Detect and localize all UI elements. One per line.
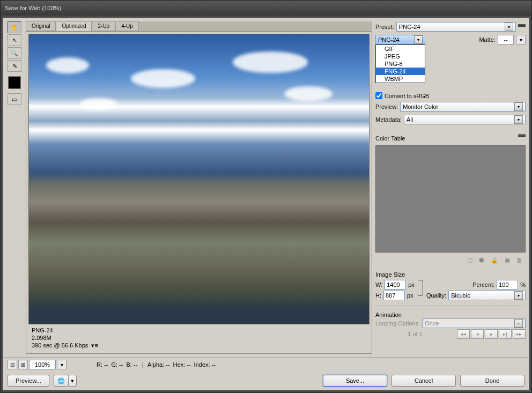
slices-icon: ▭ xyxy=(12,96,17,103)
preview-download-time: 390 sec @ 56.6 Kbps xyxy=(32,342,88,348)
chevron-down-icon: ▾ xyxy=(514,102,523,111)
quality-dropdown[interactable]: Bicubic▾ xyxy=(448,291,526,300)
status-index: Index: -- xyxy=(194,361,216,368)
color-table-flyout-menu[interactable] xyxy=(518,134,526,139)
preview-info: PNG-24 2.098M 390 sec @ 56.6 Kbps ▾≡ xyxy=(28,324,370,351)
zoom-tool[interactable]: 🔍 xyxy=(8,47,21,59)
width-label: W: xyxy=(375,281,382,288)
color-table xyxy=(375,145,526,253)
status-hex: Hex: -- xyxy=(173,361,191,368)
preview-frame: PNG-24 2.098M 390 sec @ 56.6 Kbps ▾≡ xyxy=(26,31,372,354)
chevron-down-icon: ▾ xyxy=(505,23,513,31)
zoom-dropdown-button[interactable]: ▾ xyxy=(57,360,66,369)
save-button[interactable]: Save... xyxy=(323,375,387,387)
format-option-png8[interactable]: PNG-8 xyxy=(376,60,425,68)
view-tabs: Original Optimized 2-Up 4-Up xyxy=(26,21,372,31)
image-size-label: Image Size xyxy=(375,271,526,278)
preview-button[interactable]: Preview... xyxy=(8,375,49,387)
convert-srgb-label: Convert to sRGB xyxy=(385,93,429,99)
format-dropdown[interactable]: PNG-24▾ GIF JPEG PNG-8 PNG-24 WBMP xyxy=(375,35,425,45)
shift-websafe-icon[interactable]: ⬢ xyxy=(479,257,484,264)
window-title: Save for Web (100%) xyxy=(5,5,61,11)
eyedropper-color-swatch[interactable] xyxy=(8,76,21,89)
matte-dropdown-button[interactable]: ▾ xyxy=(516,35,526,45)
format-option-png24[interactable]: PNG-24 xyxy=(376,68,425,75)
tab-optimized[interactable]: Optimized xyxy=(56,21,92,31)
height-input[interactable] xyxy=(383,291,405,300)
image-preview[interactable] xyxy=(28,34,370,324)
eyedropper-tool[interactable]: ✎ xyxy=(8,60,21,72)
status-bar: ⊟ ⊞ ▾ R: -- G: -- B: -- | Alpha: -- Hex:… xyxy=(3,357,529,372)
tab-original[interactable]: Original xyxy=(26,21,56,31)
frame-indicator: 1 of 1 xyxy=(375,331,455,337)
chevron-down-icon: ▾ xyxy=(514,319,523,328)
looping-dropdown: Once▾ xyxy=(422,318,526,328)
quality-label: Quality: xyxy=(426,292,446,299)
first-frame-button[interactable]: ◂◂ xyxy=(457,329,470,339)
toggle-slices-visibility[interactable]: ▭ xyxy=(8,93,21,105)
preview-column: Original Optimized 2-Up 4-Up PNG-24 xyxy=(26,21,372,354)
width-input[interactable] xyxy=(385,280,406,290)
play-button[interactable]: ▸ xyxy=(485,329,498,339)
percent-label: Percent: xyxy=(472,281,494,288)
hand-icon: ✋ xyxy=(11,24,18,31)
magnifier-icon: 🔍 xyxy=(11,50,18,57)
quality-value: Bicubic xyxy=(451,292,470,299)
looping-value: Once xyxy=(425,320,439,327)
browser-preview-dropdown[interactable]: ▾ xyxy=(68,375,77,387)
preview-format: PNG-24 xyxy=(32,327,366,334)
preset-dropdown[interactable]: PNG-24▾ xyxy=(396,22,516,32)
matte-label: Matte: xyxy=(479,36,496,43)
constrain-proportions-link[interactable] xyxy=(418,280,423,296)
browser-preview-button[interactable]: 🌐 xyxy=(54,375,69,387)
zoom-out-button[interactable]: ⊟ xyxy=(8,360,17,369)
format-option-gif[interactable]: GIF xyxy=(376,45,425,53)
tools-column: ✋ ↖ 🔍 ✎ ▭ xyxy=(6,21,23,354)
done-button[interactable]: Done xyxy=(460,375,524,387)
tab-4up[interactable]: 4-Up xyxy=(115,21,139,31)
tab-2up[interactable]: 2-Up xyxy=(92,21,115,31)
prev-frame-button[interactable]: ◂ xyxy=(471,329,484,339)
preset-value: PNG-24 xyxy=(399,24,420,30)
preset-flyout-menu[interactable] xyxy=(518,24,526,29)
delete-color-icon[interactable]: 🗑 xyxy=(516,257,522,264)
percent-input[interactable] xyxy=(497,280,518,290)
format-dropdown-list: GIF JPEG PNG-8 PNG-24 WBMP xyxy=(375,45,425,83)
metadata-dropdown[interactable]: All▾ xyxy=(404,115,526,124)
slice-select-tool[interactable]: ↖ xyxy=(8,34,21,46)
preview-menu-icon[interactable]: ▾≡ xyxy=(91,342,98,348)
status-r: R: -- xyxy=(97,361,108,368)
px-unit: px xyxy=(407,292,413,299)
convert-srgb-checkbox[interactable] xyxy=(375,92,382,99)
next-frame-button[interactable]: ▸| xyxy=(499,329,512,339)
save-for-web-dialog: Save for Web (100%) ✋ ↖ 🔍 ✎ ▭ Original O… xyxy=(0,0,532,393)
looping-label: Looping Options: xyxy=(375,320,420,327)
preset-label: Preset: xyxy=(375,24,394,30)
chevron-down-icon: ▾ xyxy=(514,115,523,124)
height-label: H: xyxy=(375,292,381,299)
pointer-icon: ↖ xyxy=(12,37,17,44)
last-frame-button[interactable]: ▸▸ xyxy=(513,329,526,339)
dialog-body: ✋ ↖ 🔍 ✎ ▭ Original Optimized 2-Up 4-Up xyxy=(3,18,529,390)
format-option-jpeg[interactable]: JPEG xyxy=(376,53,425,60)
preview-dropdown[interactable]: Monitor Color▾ xyxy=(400,102,526,112)
metadata-label: Metadata: xyxy=(375,116,402,123)
new-color-icon[interactable]: ▣ xyxy=(505,257,510,264)
preview-label: Preview: xyxy=(375,103,398,110)
map-transparency-icon[interactable]: ◫ xyxy=(467,257,472,264)
titlebar[interactable]: Save for Web (100%) xyxy=(1,1,531,16)
color-table-toolbar: ◫ ⬢ 🔒 ▣ 🗑 xyxy=(375,255,526,266)
cancel-button[interactable]: Cancel xyxy=(391,375,456,387)
status-g: G: -- xyxy=(111,361,123,368)
metadata-value: All xyxy=(407,116,413,123)
settings-column: Preset: PNG-24▾ PNG-24▾ GIF JPEG PNG-8 P… xyxy=(375,21,526,354)
color-table-label: Color Table xyxy=(375,135,405,142)
preview-filesize: 2.098M xyxy=(32,334,366,342)
zoom-input[interactable] xyxy=(29,360,56,369)
lock-color-icon[interactable]: 🔒 xyxy=(491,257,498,264)
matte-swatch[interactable]: -- xyxy=(498,35,514,45)
eyedropper-icon: ✎ xyxy=(12,63,17,70)
hand-tool[interactable]: ✋ xyxy=(8,21,21,33)
zoom-in-button[interactable]: ⊞ xyxy=(18,360,28,369)
format-option-wbmp[interactable]: WBMP xyxy=(376,75,425,83)
